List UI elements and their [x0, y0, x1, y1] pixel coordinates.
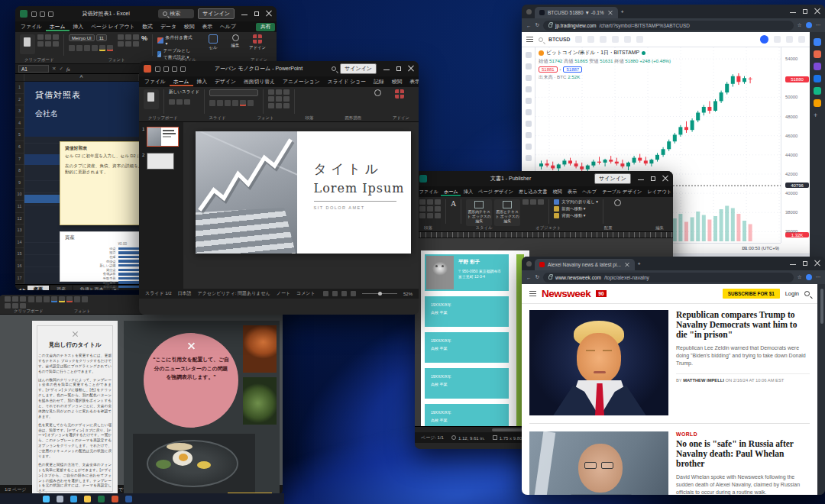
edge-sidebar[interactable]: [817, 284, 825, 495]
menu-icon[interactable]: [526, 37, 533, 42]
taskbar-word-icon[interactable]: [125, 496, 132, 502]
shadow-button[interactable]: [232, 100, 238, 106]
text-fit-button[interactable]: 図形内テキスト ボックスの編集: [466, 199, 492, 226]
row-number[interactable]: 2: [15, 94, 24, 106]
taskbar-excel-icon[interactable]: [98, 496, 105, 502]
favorite-icon[interactable]: ☆: [798, 274, 802, 280]
cancel-icon[interactable]: ✕: [52, 66, 56, 72]
row-number[interactable]: 15: [15, 248, 24, 260]
ribbon-tab[interactable]: レイアウト: [645, 188, 673, 196]
workspaces-icon[interactable]: [526, 261, 532, 267]
price-scale[interactable]: 51880 40796 1.32K 5400050000480004600044…: [781, 47, 810, 243]
ribbon-tab[interactable]: デザイン: [211, 77, 240, 86]
symbol-description[interactable]: ビットコイン/米ドル・1日・BITSTAMP: [546, 49, 639, 57]
sheet-nav-right-icon[interactable]: ▶: [23, 287, 26, 290]
profile-header-block[interactable]: 平野 彩子 〒950-0950 東京都調布市富士見町 12-3-4: [425, 254, 509, 291]
new-tab-icon[interactable]: +: [638, 261, 641, 267]
pull-quote-circle[interactable]: “ここに引用文を配置して、ご自分のニュースレターのこの問題を強調表示します。”: [144, 333, 238, 428]
layout-icon[interactable]: [636, 36, 643, 43]
ribbon-tab[interactable]: テーブル デザイン: [600, 188, 645, 196]
sidebar-app-icon[interactable]: [814, 99, 821, 107]
profile-avatar[interactable]: [806, 274, 812, 280]
ribbon-tab[interactable]: 表示: [406, 77, 419, 86]
clipboard-group[interactable]: [144, 89, 164, 114]
bold-button[interactable]: [209, 100, 215, 106]
ribbon-tab[interactable]: データ: [157, 22, 180, 31]
font-color-button[interactable]: [240, 100, 246, 106]
login-link[interactable]: Login: [785, 290, 799, 297]
article-1[interactable]: Republican compares Trump to Navalny Dem…: [522, 304, 817, 422]
close-icon[interactable]: [814, 8, 820, 15]
article-category[interactable]: WORLD: [676, 431, 810, 437]
editing-button[interactable]: [367, 89, 387, 96]
paste-button[interactable]: [20, 34, 35, 54]
signin-button[interactable]: サインイン: [594, 173, 631, 184]
row-number[interactable]: 1: [15, 82, 24, 94]
language-status[interactable]: 日本語: [178, 290, 192, 297]
close-tab-icon[interactable]: [625, 263, 629, 267]
ribbon-tab[interactable]: ページ レイアウト: [87, 22, 138, 31]
powerpoint-window[interactable]: アーバン モノクローム - PowerPoint サインイン ファイルホーム挿入…: [139, 61, 419, 315]
back-icon[interactable]: ←: [526, 23, 532, 28]
conditional-formatting-button[interactable]: 条件付き書式 ▾: [157, 34, 194, 46]
quick-access-toolbar[interactable]: [155, 66, 186, 72]
cells-button[interactable]: セル: [203, 34, 223, 50]
new-slide-button[interactable]: 新しいスライド: [169, 89, 199, 95]
styles-button[interactable]: A: [451, 199, 456, 208]
search-icon[interactable]: [332, 66, 336, 71]
menu-dots-icon[interactable]: ⋯: [816, 274, 821, 280]
bold-button[interactable]: [69, 45, 75, 51]
page-indicator[interactable]: ページ: 1/1: [421, 435, 444, 441]
search-icon[interactable]: [804, 291, 810, 296]
font-color-button[interactable]: [107, 45, 113, 51]
buy-button[interactable]: 51887: [563, 66, 582, 73]
ribbon-tab[interactable]: ファイル: [141, 77, 170, 86]
menu-dots-icon[interactable]: ⋯: [816, 22, 821, 28]
enter-icon[interactable]: ✓: [59, 66, 63, 72]
ribbon-tab[interactable]: ホーム: [46, 22, 70, 31]
timeline-block[interactable]: 19XX/X/X年高校 卒業: [425, 404, 509, 426]
fx-icon[interactable]: fx: [66, 66, 70, 72]
alignment-group[interactable]: %: [118, 34, 153, 56]
minimize-icon[interactable]: [790, 8, 796, 15]
alert-icon[interactable]: [612, 36, 619, 43]
newsweek-browser-window[interactable]: Alexei Navalny news & latest pi... + ← ↻…: [522, 257, 825, 495]
profile-avatar[interactable]: [806, 22, 812, 28]
row-number[interactable]: 4: [15, 118, 24, 130]
ribbon-tab[interactable]: ページ デザイン: [476, 188, 516, 196]
close-icon[interactable]: [408, 66, 414, 72]
reload-icon[interactable]: ↻: [535, 22, 539, 28]
notes-button[interactable]: ノート: [277, 290, 290, 297]
whelan-photo[interactable]: [529, 431, 668, 495]
styles-group[interactable]: A: [451, 199, 461, 224]
symbol-name[interactable]: BTCUSD: [548, 37, 570, 42]
row-number[interactable]: 6: [15, 141, 24, 153]
interval-button[interactable]: [575, 36, 582, 43]
favorite-icon[interactable]: ☆: [798, 22, 802, 28]
zoom-slider[interactable]: [362, 293, 397, 294]
ribbon-tab[interactable]: ファイル: [416, 188, 441, 196]
maximize-icon[interactable]: [396, 66, 402, 72]
symbol-search-icon[interactable]: [539, 37, 543, 42]
row-number[interactable]: 12: [15, 213, 24, 225]
ribbon-tab[interactable]: ホーム: [441, 188, 461, 196]
row-number[interactable]: 11: [15, 201, 24, 213]
view-buttons[interactable]: [323, 291, 356, 296]
minimize-icon[interactable]: [790, 260, 796, 267]
taskbar[interactable]: [0, 493, 284, 504]
percent-style-button[interactable]: %: [141, 34, 147, 42]
close-tab-icon[interactable]: [608, 11, 613, 15]
ribbon-tab[interactable]: 校閲: [180, 22, 199, 31]
ribbon-tab[interactable]: ヘルプ: [216, 22, 240, 31]
signin-button[interactable]: サインイン: [198, 8, 235, 19]
ribbon-tab[interactable]: ファイル: [17, 22, 46, 31]
address-bar[interactable]: www.newsweek.com /topic/alexei-navalny: [543, 273, 794, 283]
new-tab-icon[interactable]: +: [621, 9, 624, 15]
sidebar-app-icon[interactable]: [814, 50, 821, 58]
clipboard-group[interactable]: [20, 34, 64, 56]
ribbon-tab[interactable]: 表示: [198, 22, 216, 31]
font-group[interactable]: [209, 89, 264, 114]
ribbon-tab[interactable]: 挿入: [193, 77, 212, 86]
subscribe-button[interactable]: SUBSCRIBE FOR $1: [723, 289, 780, 299]
ribbon-tab[interactable]: 挿入: [461, 188, 475, 196]
